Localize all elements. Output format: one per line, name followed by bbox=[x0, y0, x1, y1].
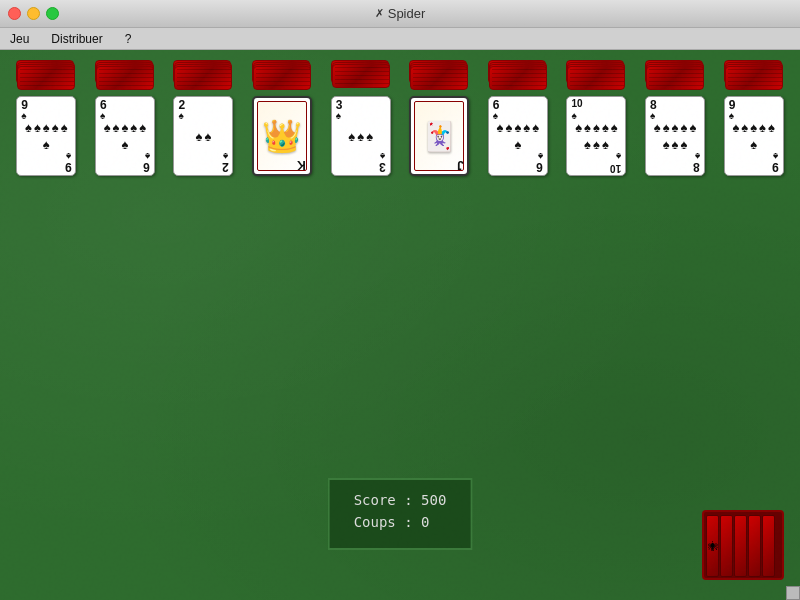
spider-icon: 🕷 bbox=[706, 515, 719, 577]
title-icon: ✗ bbox=[375, 7, 384, 20]
window-title: ✗ Spider bbox=[375, 6, 426, 21]
stock-pile[interactable]: 🕷 bbox=[702, 510, 784, 580]
close-button[interactable] bbox=[8, 7, 21, 20]
card-stack-2 bbox=[173, 60, 233, 90]
card-stack-6 bbox=[488, 60, 548, 90]
card-8s-col8[interactable]: 8 ♠ ♠♠♠ ♠♠♠ ♠♠ 8 ♠ bbox=[645, 96, 705, 176]
coups-label: Coups : bbox=[354, 514, 413, 530]
card-column-0[interactable]: 9 ♠ ♠♠♠ ♠♠♠ 9 ♠ bbox=[10, 60, 82, 176]
window-title-text: Spider bbox=[388, 6, 426, 21]
score-number: 500 bbox=[421, 492, 446, 508]
card-9s-col0[interactable]: 9 ♠ ♠♠♠ ♠♠♠ 9 ♠ bbox=[16, 96, 76, 176]
card-6s-col6[interactable]: 6 ♠ ♠♠♠ ♠♠♠ 6 ♠ bbox=[488, 96, 548, 176]
scrollbar-corner bbox=[786, 586, 800, 600]
card-column-7[interactable]: 10 ♠ ♠♠♠ ♠♠♠ ♠♠ 10 ♠ bbox=[560, 60, 632, 176]
menu-help[interactable]: ? bbox=[121, 30, 136, 48]
score-panel: Score : 500 Coups : 0 bbox=[328, 478, 473, 550]
coups-number: 0 bbox=[421, 514, 429, 530]
card-stack-9 bbox=[724, 60, 784, 90]
card-column-8[interactable]: 8 ♠ ♠♠♠ ♠♠♠ ♠♠ 8 ♠ bbox=[639, 60, 711, 176]
card-column-3[interactable]: K 👑 K bbox=[246, 60, 318, 176]
card-column-6[interactable]: 6 ♠ ♠♠♠ ♠♠♠ 6 ♠ bbox=[482, 60, 554, 176]
score-label: Score : bbox=[354, 492, 413, 508]
stock-card-4 bbox=[748, 515, 761, 577]
card-stack-4 bbox=[331, 60, 391, 90]
game-area: 9 ♠ ♠♠♠ ♠♠♠ 9 ♠ 6 ♠ ♠♠♠ bbox=[0, 50, 800, 600]
card-column-4[interactable]: 3 ♠ ♠♠♠ 3 ♠ bbox=[325, 60, 397, 176]
card-ks-col3[interactable]: K 👑 K bbox=[252, 96, 312, 176]
card-6s-col1[interactable]: 6 ♠ ♠♠♠ ♠♠♠ 6 ♠ bbox=[95, 96, 155, 176]
card-9s-col9[interactable]: 9 ♠ ♠♠♠ ♠♠♠ 9 ♠ bbox=[724, 96, 784, 176]
card-column-5[interactable]: J 🃏 J bbox=[403, 60, 475, 176]
stock-card-5 bbox=[762, 515, 775, 577]
card-js-col5[interactable]: J 🃏 J bbox=[409, 96, 469, 176]
card-2s-col2[interactable]: 2 ♠ ♠♠ 2 ♠ bbox=[173, 96, 233, 176]
card-stack-7 bbox=[566, 60, 626, 90]
card-3s-col4[interactable]: 3 ♠ ♠♠♠ 3 ♠ bbox=[331, 96, 391, 176]
card-column-2[interactable]: 2 ♠ ♠♠ 2 ♠ bbox=[167, 60, 239, 176]
menu-bar: Jeu Distribuer ? bbox=[0, 28, 800, 50]
card-stack-5 bbox=[409, 60, 469, 90]
stock-card-3 bbox=[734, 515, 747, 577]
title-bar: ✗ Spider bbox=[0, 0, 800, 28]
minimize-button[interactable] bbox=[27, 7, 40, 20]
card-10s-col7[interactable]: 10 ♠ ♠♠♠ ♠♠♠ ♠♠ 10 ♠ bbox=[566, 96, 626, 176]
card-stack-1 bbox=[95, 60, 155, 90]
card-column-1[interactable]: 6 ♠ ♠♠♠ ♠♠♠ 6 ♠ bbox=[89, 60, 161, 176]
menu-jeu[interactable]: Jeu bbox=[6, 30, 33, 48]
stock-card-2 bbox=[720, 515, 733, 577]
card-stack-3 bbox=[252, 60, 312, 90]
columns-area: 9 ♠ ♠♠♠ ♠♠♠ 9 ♠ 6 ♠ ♠♠♠ bbox=[0, 50, 800, 176]
traffic-lights bbox=[8, 7, 59, 20]
card-stack-0 bbox=[16, 60, 76, 90]
coups-line: Coups : 0 bbox=[354, 514, 447, 530]
card-stack-8 bbox=[645, 60, 705, 90]
score-line: Score : 500 bbox=[354, 492, 447, 508]
menu-distribuer[interactable]: Distribuer bbox=[47, 30, 106, 48]
maximize-button[interactable] bbox=[46, 7, 59, 20]
card-column-9[interactable]: 9 ♠ ♠♠♠ ♠♠♠ 9 ♠ bbox=[718, 60, 790, 176]
